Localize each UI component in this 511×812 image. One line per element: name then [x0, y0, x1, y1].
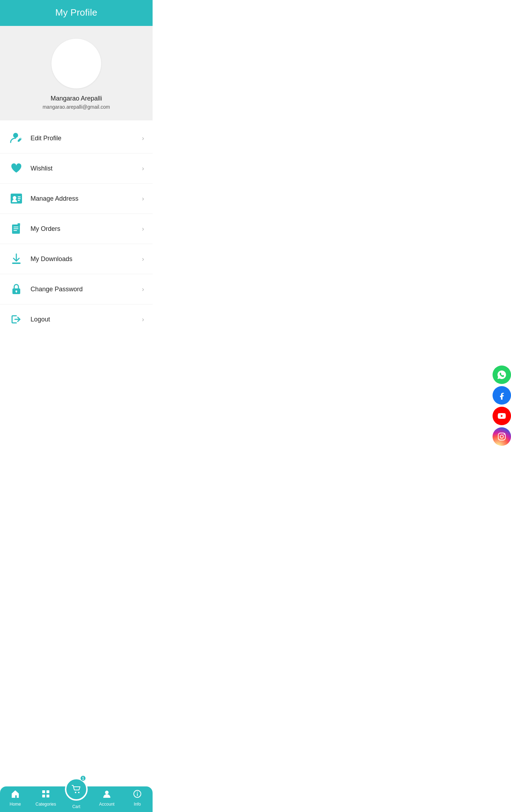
chevron-icon: ›: [142, 195, 144, 202]
address-icon: [9, 191, 24, 206]
app-header: My Profile: [0, 0, 153, 26]
profile-email: mangarao.arepalli@gmail.com: [43, 104, 110, 110]
wishlist-icon: [9, 161, 24, 176]
menu-item-edit-profile[interactable]: Edit Profile ›: [0, 123, 153, 153]
menu-label-my-orders: My Orders: [31, 225, 142, 233]
menu-list: Edit Profile › Wishlist ›: [0, 120, 153, 337]
svg-rect-3: [18, 196, 21, 197]
svg-point-0: [13, 133, 18, 138]
password-icon: [9, 281, 24, 297]
svg-rect-9: [13, 230, 17, 231]
profile-section: Mangarao Arepalli mangarao.arepalli@gmai…: [0, 26, 153, 120]
menu-item-change-password[interactable]: Change Password ›: [0, 274, 153, 304]
chevron-icon: ›: [142, 225, 144, 233]
chevron-icon: ›: [142, 316, 144, 323]
chevron-icon: ›: [142, 255, 144, 263]
page-title: My Profile: [55, 7, 98, 18]
svg-rect-7: [13, 227, 18, 227]
logout-icon: [9, 312, 24, 327]
chevron-icon: ›: [142, 135, 144, 142]
chevron-icon: ›: [142, 286, 144, 293]
menu-label-logout: Logout: [31, 316, 142, 323]
menu-label-change-password: Change Password: [31, 286, 142, 293]
menu-label-edit-profile: Edit Profile: [31, 135, 142, 142]
menu-item-my-downloads[interactable]: My Downloads ›: [0, 244, 153, 274]
svg-rect-5: [18, 200, 20, 201]
menu-item-manage-address[interactable]: Manage Address ›: [0, 184, 153, 214]
downloads-icon: [9, 251, 24, 267]
menu-item-logout[interactable]: Logout ›: [0, 304, 153, 334]
edit-profile-icon: [9, 130, 24, 146]
svg-point-2: [13, 196, 16, 200]
orders-icon: [9, 221, 24, 237]
svg-rect-4: [18, 198, 21, 199]
menu-label-my-downloads: My Downloads: [31, 255, 142, 263]
menu-label-wishlist: Wishlist: [31, 165, 142, 172]
chevron-icon: ›: [142, 165, 144, 172]
svg-rect-8: [13, 228, 18, 229]
menu-item-my-orders[interactable]: My Orders ›: [0, 214, 153, 244]
menu-item-wishlist[interactable]: Wishlist ›: [0, 153, 153, 184]
menu-label-manage-address: Manage Address: [31, 195, 142, 202]
profile-name: Mangarao Arepalli: [50, 95, 102, 102]
svg-rect-10: [12, 262, 21, 264]
avatar: [51, 39, 101, 88]
svg-rect-13: [16, 291, 17, 293]
